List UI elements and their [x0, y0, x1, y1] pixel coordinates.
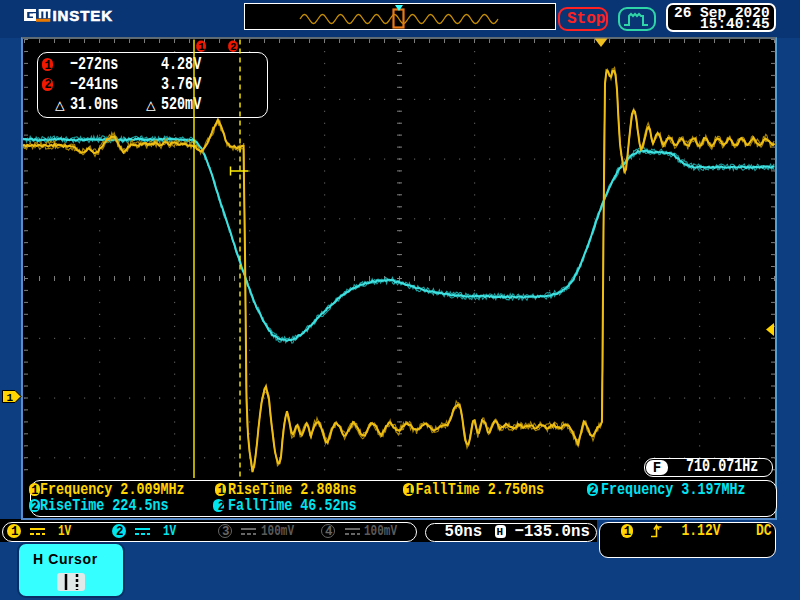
svg-text:1: 1 [7, 392, 14, 404]
svg-text:INSTEK: INSTEK [53, 7, 113, 24]
svg-text:2: 2 [230, 41, 237, 53]
svg-text:1: 1 [198, 41, 205, 53]
